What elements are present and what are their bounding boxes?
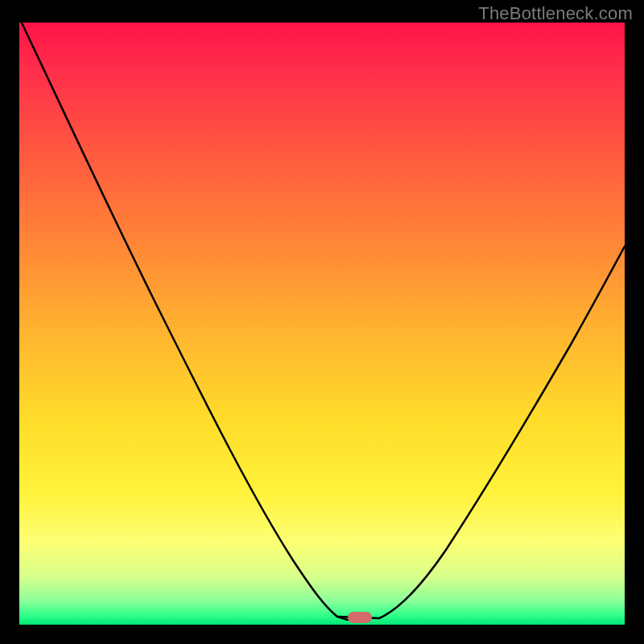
- plot-area: [19, 23, 625, 625]
- chart-frame: TheBottleneck.com: [0, 0, 644, 644]
- optimal-point-marker: [348, 612, 372, 623]
- curve-right-branch: [379, 246, 625, 618]
- curve-left-branch: [19, 23, 348, 620]
- watermark-text: TheBottleneck.com: [478, 3, 633, 24]
- bottleneck-curve: [19, 23, 625, 625]
